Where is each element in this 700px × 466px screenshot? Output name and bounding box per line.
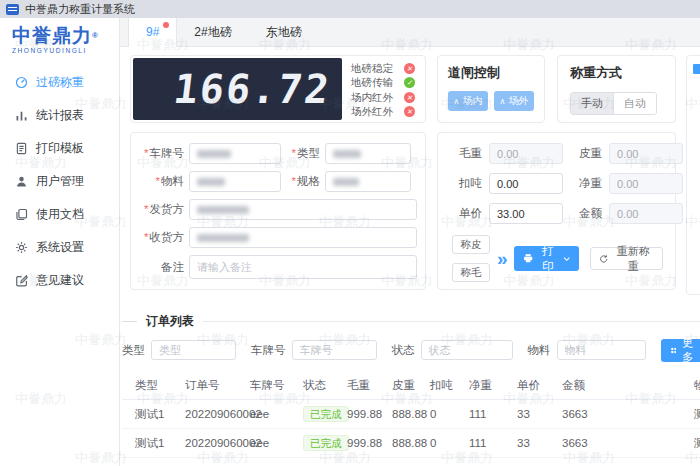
- col-gross: 毛重: [342, 374, 387, 400]
- sidebar-item-reports[interactable]: 统计报表: [0, 99, 119, 132]
- filter-plate-label: 车牌号: [251, 343, 286, 358]
- sidebar-item-docs[interactable]: 使用文档: [0, 198, 119, 231]
- redacted-value: [333, 178, 359, 186]
- chevron-up-icon: ∧: [454, 97, 460, 106]
- filter-status-select[interactable]: [421, 340, 513, 360]
- main-area: 9# 2#地磅 东地磅 166.72 地磅稳定: [120, 18, 700, 466]
- weigh-gross-button[interactable]: 称毛: [452, 263, 490, 282]
- amount-input[interactable]: [609, 203, 683, 224]
- col-status: 状态: [298, 374, 342, 400]
- col-order-no: 订单号: [180, 374, 245, 400]
- titlebar: 中誉鼎力称重计量系统: [0, 0, 700, 18]
- filter-material-label: 物料: [528, 343, 551, 358]
- sidebar-item-users[interactable]: 用户管理: [0, 165, 119, 198]
- receiver-input[interactable]: [189, 227, 417, 248]
- plate-input[interactable]: [189, 143, 281, 164]
- edit-square-icon: [15, 274, 28, 287]
- registered-mark: ®: [92, 31, 99, 40]
- type-label: 类型: [297, 147, 320, 159]
- col-net: 净重: [464, 374, 512, 400]
- sidebar-item-print-templates[interactable]: 打印模板: [0, 132, 119, 165]
- tare-input[interactable]: [609, 143, 683, 164]
- user-icon: [15, 175, 28, 188]
- redacted-value: [197, 234, 249, 242]
- mode-auto-option[interactable]: 自动: [613, 93, 656, 114]
- price-input[interactable]: [489, 203, 563, 224]
- filter-type-label: 类型: [122, 343, 145, 358]
- spec-label: 规格: [297, 175, 320, 187]
- deduct-label: 扣吨: [452, 176, 482, 191]
- sidebar: 中誉鼎力® ZHONGYUDINGLI 过磅称重 统计报表 打印模板: [0, 18, 120, 466]
- sender-input[interactable]: [189, 199, 417, 220]
- clipped-right-panel: [686, 55, 700, 295]
- table-row[interactable]: 测试1 202209060002 eee 已完成 999.88 888.88 0…: [122, 429, 700, 458]
- table-row[interactable]: 测试1 202209060002 eee 已完成 999.88 888.88 0…: [122, 400, 700, 429]
- chevron-down-icon: [563, 255, 571, 263]
- status-badge: 已完成: [303, 435, 349, 451]
- remark-label: 备注: [139, 260, 189, 275]
- net-label: 净重: [570, 176, 602, 191]
- gross-input[interactable]: [489, 143, 563, 164]
- sidebar-item-settings[interactable]: 系统设置: [0, 231, 119, 264]
- redacted-value: [333, 150, 361, 158]
- filter-type-select[interactable]: [151, 340, 236, 360]
- sidebar-item-feedback[interactable]: 意见建议: [0, 264, 119, 297]
- orders-table: 类型 订单号 车牌号 状态 毛重 皮重 扣吨 净重 单价 金额 物料: [122, 374, 700, 458]
- net-input[interactable]: [609, 173, 683, 194]
- tab-scale-east[interactable]: 东地磅: [249, 18, 319, 47]
- scale-tabs: 9# 2#地磅 东地磅: [120, 18, 700, 47]
- copy-docs-icon: [15, 208, 28, 221]
- price-label: 单价: [452, 206, 482, 221]
- sidebar-item-label: 用户管理: [36, 173, 84, 190]
- reweigh-button[interactable]: 重新称重: [590, 247, 663, 270]
- filter-status-label: 状态: [392, 343, 415, 358]
- gate-control-title: 道闸控制: [448, 64, 534, 82]
- status-infrared-inside: 场内红外: [351, 91, 415, 104]
- filter-plate-input[interactable]: [292, 340, 377, 360]
- print-button[interactable]: 打印: [514, 246, 579, 271]
- weight-form-card: 毛重 皮重 扣吨 净重 单价 金额: [437, 132, 676, 290]
- section-divider: 订单列表: [122, 313, 700, 330]
- col-plate: 车牌号: [245, 374, 298, 400]
- logo-subtext: ZHONGYUDINGLI: [12, 47, 119, 54]
- gate-outside-button[interactable]: ∧ 场外: [494, 91, 534, 111]
- table-header-row: 类型 订单号 车牌号 状态 毛重 皮重 扣吨 净重 单价 金额 物料: [122, 374, 700, 400]
- grid-more-icon: [671, 346, 677, 355]
- col-price: 单价: [512, 374, 557, 400]
- unread-badge: [163, 22, 169, 28]
- deduct-input[interactable]: [489, 173, 563, 194]
- amount-label: 金额: [570, 206, 602, 221]
- type-input[interactable]: [325, 143, 411, 164]
- tab-content: 166.72 地磅稳定 地磅传输 场内红外: [120, 47, 700, 466]
- material-label: 物料: [161, 175, 184, 187]
- col-type: 类型: [122, 374, 180, 400]
- refresh-icon: [599, 254, 608, 264]
- mode-manual-option[interactable]: 手动: [571, 93, 613, 114]
- status-badge: 已完成: [303, 406, 349, 422]
- status-ok-icon: [404, 77, 415, 88]
- remark-input[interactable]: [189, 255, 417, 279]
- material-input[interactable]: [189, 171, 281, 192]
- status-scale-stable: 地磅稳定: [351, 62, 415, 75]
- double-chevron-icon: »: [497, 249, 508, 268]
- gate-inside-button[interactable]: ∧ 场内: [448, 91, 488, 111]
- document-icon: [15, 142, 28, 155]
- status-error-icon: [404, 92, 415, 103]
- tab-scale-2[interactable]: 2#地磅: [177, 18, 248, 47]
- tab-scale-9[interactable]: 9#: [128, 18, 177, 47]
- status-scale-transmit: 地磅传输: [351, 76, 415, 89]
- app-icon: [6, 4, 19, 15]
- weigh-tare-button[interactable]: 称皮: [452, 235, 490, 254]
- spec-input[interactable]: [325, 171, 411, 192]
- sidebar-item-label: 系统设置: [36, 239, 84, 256]
- more-filters-button[interactable]: 更多: [661, 339, 700, 362]
- sidebar-item-weighing[interactable]: 过磅称重: [0, 66, 119, 99]
- gross-label: 毛重: [452, 146, 482, 161]
- printer-icon: [523, 253, 533, 264]
- scale-display-card: 166.72 地磅稳定 地磅传输 场内红外: [130, 55, 426, 123]
- col-amount: 金额: [557, 374, 689, 400]
- redacted-value: [197, 150, 231, 158]
- filter-material-input[interactable]: [557, 340, 646, 360]
- col-tare: 皮重: [387, 374, 425, 400]
- logo-text: 中誉鼎力: [12, 25, 92, 46]
